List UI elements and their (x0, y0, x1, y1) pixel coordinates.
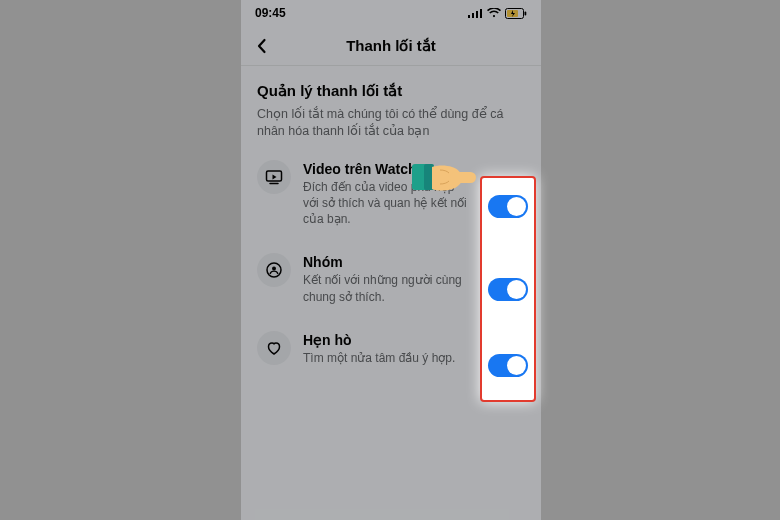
section-header: Quản lý thanh lối tắt Chọn lối tắt mà ch… (241, 66, 541, 146)
annotation-pointer-hand (410, 150, 478, 208)
back-button[interactable] (251, 35, 273, 57)
tv-play-icon (265, 168, 283, 186)
wifi-icon (487, 8, 501, 18)
svg-rect-6 (525, 11, 527, 15)
page-header: Thanh lối tắt (241, 26, 541, 66)
svg-rect-0 (468, 15, 470, 18)
signal-icon (468, 8, 483, 18)
shortcut-title: Hẹn hò (303, 332, 469, 348)
section-title: Quản lý thanh lối tắt (257, 82, 525, 100)
shortcut-title: Nhóm (303, 254, 469, 270)
svg-rect-2 (476, 11, 478, 18)
status-bar: 09:45 (241, 0, 541, 26)
chevron-left-icon (253, 37, 271, 55)
toggle-watch[interactable] (488, 195, 528, 218)
battery-icon (505, 8, 527, 19)
toggle-dating[interactable] (488, 354, 528, 377)
page-title: Thanh lối tắt (346, 37, 436, 55)
status-time: 09:45 (255, 6, 286, 20)
shortcut-body: Hẹn hò Tìm một nửa tâm đầu ý hợp. (303, 331, 469, 366)
people-icon (265, 261, 283, 279)
svg-rect-13 (450, 172, 476, 183)
toggle-groups[interactable] (488, 278, 528, 301)
shortcut-body: Nhóm Kết nối với những người cùng chung … (303, 253, 469, 304)
heart-icon (265, 339, 283, 357)
shortcut-desc: Tìm một nửa tâm đầu ý hợp. (303, 350, 469, 366)
dating-icon (257, 331, 291, 365)
shortcut-desc: Kết nối với những người cùng chung sở th… (303, 272, 469, 304)
section-subtitle: Chọn lối tắt mà chúng tôi có thể dùng để… (257, 106, 525, 140)
watch-icon (257, 160, 291, 194)
svg-rect-3 (480, 9, 482, 18)
svg-rect-1 (472, 13, 474, 18)
groups-icon (257, 253, 291, 287)
svg-point-10 (272, 267, 276, 271)
status-indicators (468, 8, 527, 19)
